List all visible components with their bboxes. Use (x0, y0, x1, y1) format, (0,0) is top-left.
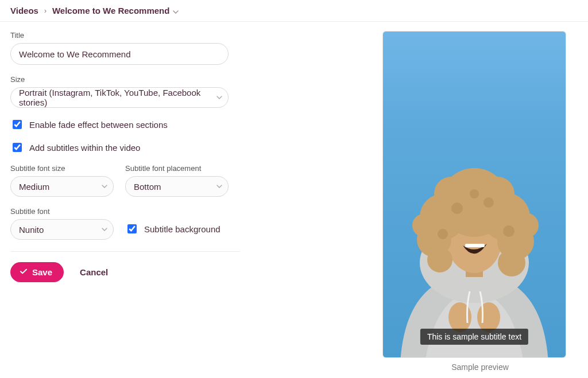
enable-fade-label: Enable fade effect between sections (29, 120, 168, 130)
svg-point-15 (498, 249, 525, 276)
size-select-value: Portrait (Instagram, TikTok, YouTube, Fa… (19, 88, 210, 107)
svg-point-22 (477, 302, 500, 332)
chevron-right-icon: › (44, 7, 47, 15)
svg-point-14 (427, 247, 452, 272)
subtitle-background-label: Subtitle background (144, 224, 220, 234)
add-subtitles-checkbox-row[interactable]: Add subtitles within the video (10, 141, 355, 154)
svg-point-20 (470, 189, 479, 198)
enable-fade-checkbox[interactable] (13, 120, 22, 129)
subtitle-font-placement-select[interactable]: Bottom (125, 176, 229, 197)
chevron-down-icon (102, 185, 107, 188)
breadcrumb: Videos › Welcome to We Recommend (0, 0, 588, 22)
save-button-label: Save (32, 267, 52, 277)
subtitle-font-size-value: Medium (19, 182, 49, 192)
subtitle-font-select[interactable]: Nunito (10, 219, 114, 240)
svg-point-17 (483, 197, 494, 208)
subtitle-font-label: Subtitle font (10, 207, 114, 216)
subtitle-background-checkbox[interactable] (127, 224, 137, 233)
cancel-button[interactable]: Cancel (76, 267, 111, 278)
chevron-down-icon (216, 185, 222, 188)
title-label: Title (10, 31, 355, 40)
add-subtitles-checkbox[interactable] (13, 143, 22, 152)
breadcrumb-current-selector[interactable]: Welcome to We Recommend (52, 6, 179, 15)
subtitle-background-checkbox-row[interactable]: Subtitle background (125, 223, 220, 235)
svg-point-19 (503, 225, 514, 237)
preview-image (388, 139, 560, 358)
chevron-down-icon (102, 228, 107, 231)
subtitle-font-size-select[interactable]: Medium (10, 176, 114, 197)
size-label: Size (10, 75, 355, 84)
subtitle-overlay: This is sample subtitle text (420, 329, 528, 345)
preview-caption: Sample preview (382, 363, 578, 372)
breadcrumb-root[interactable]: Videos (10, 6, 38, 15)
subtitle-font-value: Nunito (19, 225, 44, 235)
chevron-down-icon (216, 96, 222, 99)
size-select[interactable]: Portrait (Instagram, TikTok, YouTube, Fa… (10, 87, 229, 108)
title-input[interactable] (10, 43, 229, 65)
subtitle-font-size-label: Subtitle font size (10, 164, 114, 173)
svg-point-12 (513, 213, 539, 238)
svg-point-13 (412, 214, 435, 237)
add-subtitles-label: Add subtitles within the video (29, 143, 140, 153)
subtitle-font-placement-label: Subtitle font placement (125, 164, 229, 173)
settings-form: Title Size Portrait (Instagram, TikTok, … (10, 31, 355, 372)
preview-frame: This is sample subtitle text (382, 31, 566, 358)
chevron-down-icon (173, 6, 179, 15)
divider (10, 251, 240, 252)
breadcrumb-current-label: Welcome to We Recommend (52, 6, 170, 15)
svg-rect-3 (465, 244, 485, 247)
save-button[interactable]: Save (10, 262, 64, 282)
enable-fade-checkbox-row[interactable]: Enable fade effect between sections (10, 118, 355, 131)
preview-panel: This is sample subtitle text Sample prev… (382, 31, 578, 372)
subtitle-font-placement-value: Bottom (134, 182, 161, 192)
check-icon (20, 267, 28, 277)
svg-point-16 (451, 202, 463, 214)
svg-point-18 (438, 229, 448, 239)
